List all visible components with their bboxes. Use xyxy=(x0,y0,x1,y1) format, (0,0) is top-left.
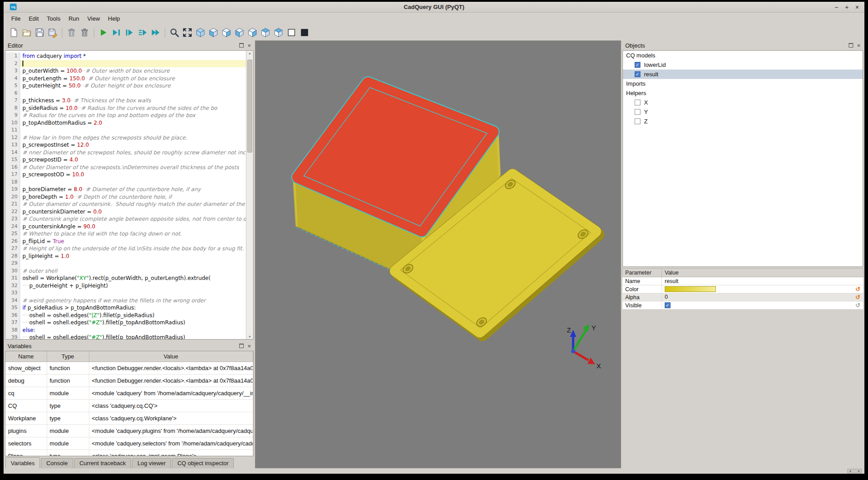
checked-checkbox[interactable]: ✓ xyxy=(635,62,640,68)
step-over-icon[interactable] xyxy=(124,27,135,38)
variables-column-header[interactable]: Name xyxy=(5,351,47,362)
code-line[interactable]: 34# weird geometry happens if we make th… xyxy=(5,297,246,305)
table-row[interactable]: cqmodule<module 'cadquery' from '/home/a… xyxy=(5,387,253,400)
editor-scrollbar-thumb[interactable] xyxy=(247,60,252,153)
code-line[interactable]: 32····p_outerHeight + p_lipHeight) xyxy=(5,282,246,290)
table-row[interactable]: show_objectfunction<function Debugger.re… xyxy=(5,362,253,375)
scroll-down-icon[interactable]: ▼ xyxy=(246,335,253,338)
property-row-alpha[interactable]: Alpha0↺ xyxy=(623,293,864,301)
table-row[interactable]: pluginsmodule<module 'cadquery.plugins' … xyxy=(5,425,253,437)
property-value[interactable]: 0↺ xyxy=(662,293,864,301)
code-line[interactable]: 30# outer shell xyxy=(5,267,246,275)
code-line[interactable]: 26p_flipLid = True xyxy=(5,238,246,245)
close-panel-icon[interactable]: × xyxy=(857,43,860,48)
property-row-name[interactable]: Nameresult xyxy=(623,277,864,285)
continue-icon[interactable] xyxy=(150,27,161,38)
code-line[interactable]: 39····oshell = oshell.edges("#Z").fillet… xyxy=(5,334,246,339)
code-line[interactable]: 36····oshell = oshell.edges("|Z").fillet… xyxy=(5,312,246,319)
code-line[interactable]: 19p_boreDiameter = 8.0··# Diameter of th… xyxy=(5,186,246,193)
mini-scrollbar[interactable]: ◄ ► xyxy=(847,469,862,473)
square-outline-icon[interactable] xyxy=(286,27,297,38)
code-line[interactable]: 18 xyxy=(5,179,246,186)
code-line[interactable]: 23# Countersink angle (complete angle be… xyxy=(5,215,246,223)
property-value[interactable]: ↺ xyxy=(662,285,864,293)
zoom-icon[interactable] xyxy=(169,27,180,38)
new-file-icon[interactable] xyxy=(8,27,19,38)
scroll-left-icon[interactable]: ◄ xyxy=(849,470,851,472)
unchecked-checkbox[interactable] xyxy=(635,118,640,124)
top-view-icon[interactable] xyxy=(260,27,271,38)
table-row[interactable]: Workplanetype<class 'cadquery.cq.Workpla… xyxy=(5,412,253,425)
menu-file[interactable]: File xyxy=(7,14,25,23)
code-line[interactable]: 5p_outerHeight = 50.0··# Outer height of… xyxy=(5,82,246,90)
tab-log-viewer[interactable]: Log viewer xyxy=(132,458,171,468)
code-line[interactable]: 28p_lipHeight = 1.0 xyxy=(5,253,246,260)
reset-icon[interactable]: ↺ xyxy=(855,294,860,301)
code-line[interactable]: 1from cadquery import * xyxy=(5,52,246,60)
checked-checkbox[interactable]: ✓ xyxy=(665,302,671,308)
checked-checkbox[interactable]: ✓ xyxy=(635,71,640,77)
float-panel-icon[interactable] xyxy=(239,43,244,48)
property-row-visible[interactable]: Visible✓↺ xyxy=(623,301,864,310)
save-icon[interactable] xyxy=(34,27,45,38)
properties-column-header[interactable]: Parameter xyxy=(623,269,662,277)
code-line[interactable]: 6 xyxy=(5,90,246,97)
code-line[interactable]: 38else: xyxy=(5,327,246,334)
front-view-icon[interactable] xyxy=(208,27,219,38)
code-line[interactable]: 9# Radius for the curves on the top and … xyxy=(5,112,246,119)
float-panel-icon[interactable] xyxy=(239,344,244,348)
tab-variables[interactable]: Variables xyxy=(5,457,40,468)
menu-edit[interactable]: Edit xyxy=(25,14,43,23)
code-line[interactable]: 20p_boreDepth = 1.0··# Depth of the coun… xyxy=(5,193,246,201)
code-line[interactable]: 2 xyxy=(5,60,246,68)
property-row-color[interactable]: Color↺ xyxy=(623,285,864,293)
code-line[interactable]: 35if p_sideRadius > p_topAndBottomRadius… xyxy=(5,304,246,312)
code-line[interactable]: 14# nner Diameter of the screwpost holes… xyxy=(5,149,246,157)
code-line[interactable]: 24p_countersinkAngle = 90.0 xyxy=(5,223,246,231)
properties-column-header[interactable]: Value xyxy=(662,269,864,277)
run-icon[interactable] xyxy=(98,27,109,38)
code-line[interactable]: 7p_thickness = 3.0··# Thickness of the b… xyxy=(5,97,246,105)
table-row[interactable]: selectorsmodule<module 'cadquery.selecto… xyxy=(5,437,253,450)
trash-icon[interactable] xyxy=(79,27,90,38)
right-view-icon[interactable] xyxy=(247,27,258,38)
menu-run[interactable]: Run xyxy=(65,14,83,23)
code-line[interactable]: 4p_outerLength = 150.0··# Outer length o… xyxy=(5,75,246,83)
scroll-up-icon[interactable]: ▲ xyxy=(246,52,253,55)
fit-all-icon[interactable] xyxy=(182,27,193,38)
property-value[interactable]: ✓↺ xyxy=(662,301,864,310)
variables-column-header[interactable]: Type xyxy=(47,351,89,362)
left-view-icon[interactable] xyxy=(234,27,245,38)
code-line[interactable]: 10p_topAndBottomRadius = 2.0 xyxy=(5,119,246,127)
tree-item-imports[interactable]: Imports xyxy=(623,79,863,88)
code-editor[interactable]: 1from cadquery import *23p_outerWidth = … xyxy=(5,50,254,340)
tab-cq-object-inspector[interactable]: CQ object inspector xyxy=(172,458,234,468)
menu-help[interactable]: Help xyxy=(104,14,124,23)
maximize-button[interactable]: + xyxy=(845,4,849,11)
table-row[interactable]: debugfunction<function Debugger.render.<… xyxy=(5,375,253,387)
tree-item-cq-models[interactable]: CQ models xyxy=(623,51,863,60)
tree-item-x[interactable]: X xyxy=(623,98,863,107)
code-line[interactable]: 12# How far in from the edges the screwp… xyxy=(5,134,246,142)
square-filled-icon[interactable] xyxy=(299,27,310,38)
code-line[interactable]: 33 xyxy=(5,289,246,297)
code-line[interactable]: 37····oshell = oshell.edges("#Z").fillet… xyxy=(5,319,246,327)
tab-console[interactable]: Console xyxy=(41,458,73,468)
tree-item-y[interactable]: Y xyxy=(623,107,863,117)
open-folder-icon[interactable] xyxy=(21,27,32,38)
back-view-icon[interactable] xyxy=(221,27,232,38)
unchecked-checkbox[interactable] xyxy=(635,100,640,105)
code-line[interactable]: 27# Height of lip on the underside of th… xyxy=(5,245,246,253)
code-line[interactable]: 3p_outerWidth = 100.0··# Outer width of … xyxy=(5,67,246,75)
code-line[interactable]: 29 xyxy=(5,260,246,267)
tree-item-helpers[interactable]: Helpers xyxy=(623,88,863,98)
iso-view-icon[interactable] xyxy=(195,27,206,38)
code-line[interactable]: 25# Whether to place the lid with the to… xyxy=(5,230,246,238)
tree-item-result[interactable]: ✓result xyxy=(623,70,863,79)
code-line[interactable]: 15p_screwpostID = 4.0 xyxy=(5,156,246,164)
float-panel-icon[interactable] xyxy=(849,43,853,48)
code-line[interactable]: 16# Outer Diameter of the screwposts.\nD… xyxy=(5,164,246,171)
tab-current-traceback[interactable]: Current traceback xyxy=(74,458,131,468)
tree-item-z[interactable]: Z xyxy=(623,117,863,126)
close-panel-icon[interactable]: × xyxy=(247,343,251,349)
